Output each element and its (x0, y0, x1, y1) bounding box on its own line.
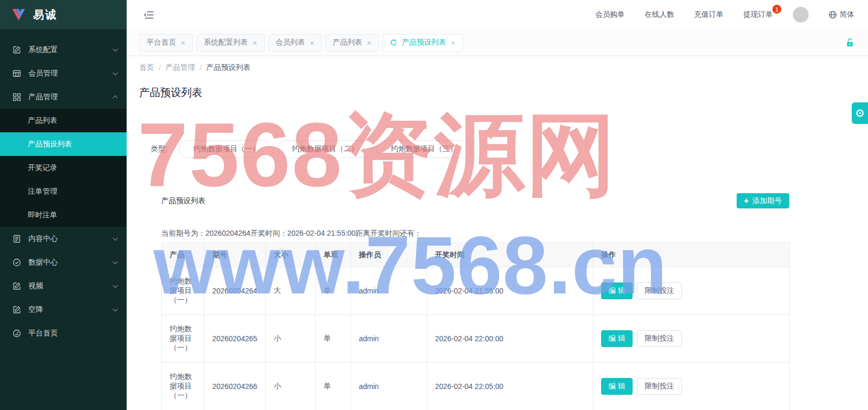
edit-button[interactable]: 编 辑 (601, 378, 633, 395)
close-icon[interactable]: × (181, 39, 185, 47)
sidebar-item-system-config[interactable]: 系统配置 (0, 38, 127, 61)
withdraw-orders-label: 提现订单 (743, 10, 773, 18)
avatar[interactable] (793, 7, 809, 23)
cell-operator: admin (351, 363, 427, 410)
plus-icon: + (744, 197, 749, 205)
cell-draw-time: 2026-02-04 22:00:00 (427, 315, 593, 363)
breadcrumb-home[interactable]: 首页 (139, 63, 154, 72)
sidebar-item-member-mgmt[interactable]: 会员管理 (0, 61, 127, 85)
edit-square-icon (13, 305, 22, 314)
limit-bet-button[interactable]: 限制投注 (637, 330, 682, 347)
sidebar-subitem-product-list[interactable]: 产品列表 (0, 109, 127, 132)
panel-header: 产品预设列表 + 添加期号 (161, 193, 789, 208)
tab-label: 产品预设列表 (402, 38, 446, 47)
sidebar-item-label: 内容中心 (28, 234, 58, 244)
language-switcher[interactable]: 简体 (829, 10, 854, 19)
topbar: 会员购单 在线人数 充值订单 提现订单 1 简体 (127, 0, 868, 29)
close-icon[interactable]: × (451, 39, 456, 47)
close-icon[interactable]: × (310, 39, 315, 47)
tab-product-preset-list[interactable]: 产品预设列表 × (383, 34, 463, 51)
main-area: 会员购单 在线人数 充值订单 提现订单 1 简体 平台首页 × (127, 0, 868, 410)
type-option-3-button[interactable]: 约炮数据项目（三） (376, 140, 472, 158)
cell-operator: admin (351, 315, 427, 363)
language-label: 简体 (840, 10, 854, 19)
sidebar-subitem-product-preset-list[interactable]: 产品预设列表 (0, 132, 127, 156)
add-issue-button[interactable]: + 添加期号 (737, 193, 789, 208)
recharge-orders-link[interactable]: 充值订单 (694, 10, 724, 19)
preset-panel: 产品预设列表 + 添加期号 当前期号为：20260204264开奖时间：2026… (161, 193, 789, 410)
chevron-down-icon (113, 46, 118, 51)
type-option-1-button[interactable]: 约炮数据项目（一） (179, 140, 274, 158)
unlock-icon[interactable] (845, 38, 854, 47)
type-option-2-button[interactable]: 约炮数据项目（二） (277, 140, 373, 158)
sidebar-item-content-center[interactable]: 内容中心 (0, 227, 127, 250)
member-orders-link[interactable]: 会员购单 (595, 10, 625, 19)
col-header-product: 产品 (162, 243, 204, 267)
close-icon[interactable]: × (253, 39, 257, 47)
limit-bet-button[interactable]: 限制投注 (637, 378, 682, 395)
col-header-parity: 单双 (316, 243, 351, 267)
tab-system-config-list[interactable]: 系统配置列表 × (197, 34, 265, 51)
brand-name: 易诚 (33, 7, 57, 22)
document-icon (13, 234, 22, 243)
tab-label: 系统配置列表 (204, 38, 248, 47)
brand-logo[interactable]: 易诚 (0, 0, 127, 29)
settings-gear-button[interactable]: ⚙ (852, 102, 868, 124)
sidebar-subitem-bet-mgmt[interactable]: 注单管理 (0, 180, 127, 203)
chevron-up-icon (113, 96, 118, 101)
gear-icon: ⚙ (855, 107, 865, 120)
chevron-down-icon (113, 306, 118, 311)
cell-draw-time: 2026-02-04 21:55:00 (427, 267, 593, 315)
col-header-issue: 期号 (204, 243, 266, 267)
page-title: 产品预设列表 (139, 86, 855, 100)
tab-label: 平台首页 (147, 38, 176, 47)
grid-icon (13, 92, 22, 101)
cell-actions: 编 辑 限制投注 (593, 315, 790, 363)
sidebar-item-label: 视频 (28, 281, 43, 291)
sidebar-item-label: 数据中心 (28, 258, 58, 267)
sidebar-item-video[interactable]: 视频 (0, 274, 127, 298)
edit-button[interactable]: 编 辑 (601, 330, 633, 347)
tab-strip: 平台首页 × 系统配置列表 × 会员列表 × 产品列表 × 产品预设列表 × (127, 29, 868, 56)
online-count-link[interactable]: 在线人数 (645, 10, 674, 19)
page-content: 首页 / 产品管理 / 产品预设列表 产品预设列表 类型: 约炮数据项目（一） … (127, 56, 868, 410)
chevron-down-icon (113, 70, 118, 75)
sidebar-subitem-label: 注单管理 (28, 187, 57, 196)
sidebar-subitem-live-bets[interactable]: 即时注单 (0, 203, 127, 227)
tab-label: 会员列表 (276, 38, 305, 47)
sidebar-item-product-mgmt[interactable]: 产品管理 (0, 85, 127, 109)
withdraw-orders-link[interactable]: 提现订单 1 (743, 10, 773, 19)
cell-issue: 20260204265 (204, 315, 266, 363)
sidebar-subitem-label: 产品列表 (28, 116, 57, 125)
tab-platform-home[interactable]: 平台首页 × (139, 34, 193, 51)
sidebar-item-data-center[interactable]: 数据中心 (0, 250, 127, 274)
sidebar-subitem-draw-records[interactable]: 开奖记录 (0, 156, 127, 180)
edit-square-icon (13, 281, 22, 290)
add-issue-label: 添加期号 (752, 196, 782, 206)
col-header-operator: 操作员 (351, 243, 427, 267)
type-filter-label: 类型: (151, 144, 168, 154)
close-icon[interactable]: × (367, 39, 371, 47)
brand-v-icon (12, 8, 26, 21)
cell-actions: 编 辑 限制投注 (593, 267, 790, 315)
panel-title: 产品预设列表 (161, 196, 205, 206)
chevron-down-icon (113, 282, 118, 288)
sidebar-item-airdrop[interactable]: 空降 (0, 298, 127, 321)
refresh-icon[interactable] (390, 39, 397, 46)
cell-product: 约炮数据项目（一） (162, 315, 204, 363)
product-submenu: 产品列表 产品预设列表 开奖记录 注单管理 即时注单 (0, 109, 127, 227)
limit-bet-button[interactable]: 限制投注 (637, 282, 682, 299)
sidebar: 易诚 系统配置 会员 (0, 0, 127, 410)
breadcrumb-product-mgmt[interactable]: 产品管理 (166, 63, 195, 72)
col-header-action: 操作 (593, 243, 790, 267)
app-window: 易诚 系统配置 会员 (0, 0, 868, 410)
edit-button[interactable]: 编 辑 (601, 282, 633, 299)
sidebar-collapse-icon[interactable] (143, 10, 154, 19)
tab-member-list[interactable]: 会员列表 × (268, 34, 322, 51)
cell-actions: 编 辑 限制投注 (593, 363, 790, 410)
breadcrumb: 首页 / 产品管理 / 产品预设列表 (139, 63, 855, 72)
tab-product-list[interactable]: 产品列表 × (325, 34, 379, 51)
type-filter: 类型: 约炮数据项目（一） 约炮数据项目（二） 约炮数据项目（三） (151, 140, 855, 158)
sidebar-item-platform-home[interactable]: 平台首页 (0, 321, 127, 345)
table-row: 约炮数据项目（一） 20260204266 小 单 admin 2026-02-… (162, 363, 790, 410)
